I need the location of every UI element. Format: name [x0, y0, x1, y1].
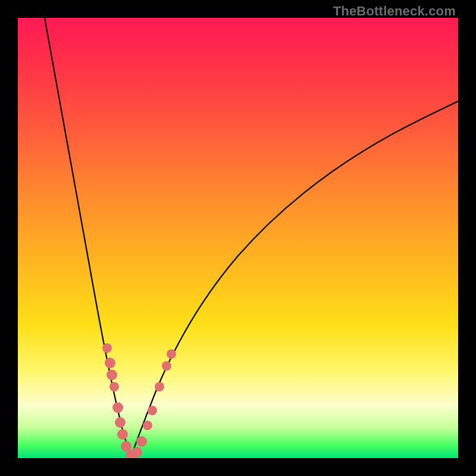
- marker: [162, 361, 171, 371]
- marker: [167, 349, 176, 359]
- marker: [143, 421, 152, 430]
- marker: [115, 417, 126, 428]
- watermark-text: TheBottleneck.com: [333, 4, 456, 19]
- marker: [117, 429, 128, 440]
- markers-group: [102, 343, 176, 458]
- marker: [109, 382, 119, 392]
- curves-svg: [18, 18, 458, 458]
- marker: [107, 369, 117, 380]
- marker: [148, 406, 157, 415]
- right-curve: [131, 101, 458, 457]
- plot-area: [18, 18, 458, 458]
- marker: [131, 447, 142, 458]
- marker: [136, 436, 147, 447]
- marker: [112, 402, 123, 413]
- marker: [102, 343, 112, 353]
- marker: [155, 382, 164, 392]
- chart-frame: TheBottleneck.com: [0, 0, 476, 476]
- left-curve: [45, 18, 131, 457]
- marker: [105, 358, 115, 368]
